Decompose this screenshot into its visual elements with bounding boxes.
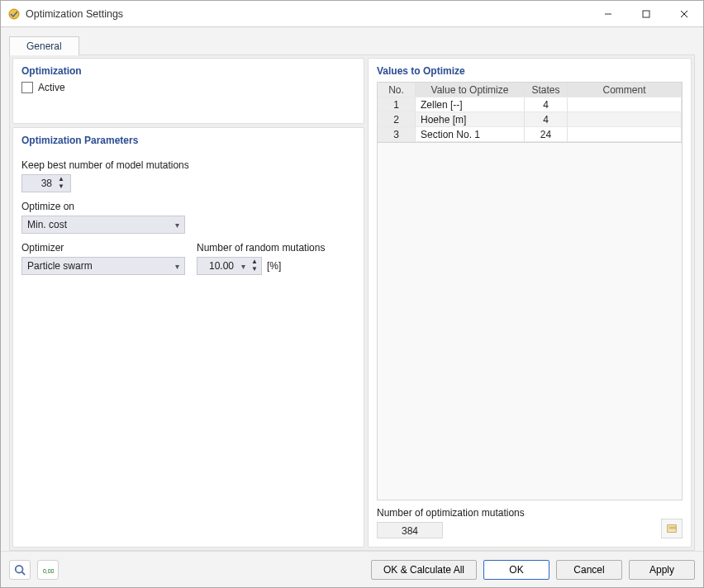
- optimizer-combo[interactable]: Particle swarm ▾: [21, 257, 185, 275]
- optimize-on-label: Optimize on: [21, 192, 355, 216]
- hdr-value: Value to Optimize: [416, 83, 525, 97]
- hdr-no: No.: [378, 83, 416, 97]
- body: General Optimization Active Optimization…: [1, 27, 703, 587]
- svg-line-9: [22, 571, 26, 575]
- keep-best-spinner[interactable]: 38 ▲ ▼: [21, 174, 71, 192]
- random-mutations-value: 10.00: [197, 260, 237, 272]
- cancel-button[interactable]: Cancel: [556, 560, 622, 580]
- mutations-readout: 384: [377, 522, 443, 538]
- tabstrip: General: [1, 27, 703, 55]
- optimize-on-combo[interactable]: Min. cost ▾: [21, 216, 185, 234]
- values-table: No. Value to Optimize States Comment 1 Z…: [377, 82, 683, 500]
- panel-parameters-title: Optimization Parameters: [21, 135, 355, 151]
- table-row[interactable]: 1 Zellen [--] 4: [378, 97, 682, 112]
- ok-button[interactable]: OK: [483, 560, 549, 580]
- svg-point-8: [16, 565, 23, 572]
- table-row[interactable]: 2 Hoehe [m] 4: [378, 112, 682, 127]
- chevron-down-icon: ▾: [169, 220, 184, 230]
- panel-values-title: Values to Optimize: [377, 65, 683, 82]
- spinner-up-icon[interactable]: ▲: [55, 175, 67, 183]
- random-mutations-label: Number of random mutations: [197, 234, 325, 257]
- ok-calculate-all-button[interactable]: OK & Calculate All: [371, 560, 477, 580]
- apply-button[interactable]: Apply: [629, 560, 695, 580]
- tab-general[interactable]: General: [9, 36, 79, 55]
- keep-best-label: Keep best number of model mutations: [21, 151, 355, 174]
- chevron-down-icon: ▾: [169, 262, 184, 271]
- random-mutations-unit: [%]: [267, 257, 281, 275]
- spinner-up-icon[interactable]: ▲: [249, 258, 260, 265]
- mutations-field: Number of optimization mutations 384: [377, 507, 525, 538]
- random-mutations-input[interactable]: 10.00 ▾ ▲ ▼: [197, 257, 262, 275]
- hdr-states: States: [525, 83, 568, 97]
- keep-best-value: 38: [22, 178, 55, 189]
- svg-point-0: [9, 9, 19, 19]
- table-empty-area: [377, 143, 683, 500]
- panel-optimization: Optimization Active: [12, 58, 364, 124]
- titlebar: Optimization Settings: [1, 1, 703, 27]
- panel-values: Values to Optimize No. Value to Optimize…: [368, 58, 692, 548]
- window-controls: [589, 1, 703, 26]
- table-header-row: No. Value to Optimize States Comment: [378, 83, 682, 97]
- minimize-button[interactable]: [589, 1, 627, 26]
- svg-text:0,00: 0,00: [43, 567, 54, 573]
- optimizer-label: Optimizer: [21, 234, 197, 257]
- optimizer-value: Particle swarm: [22, 260, 169, 272]
- chevron-down-icon: ▾: [237, 262, 249, 271]
- help-button[interactable]: [9, 560, 31, 580]
- spinner-down-icon[interactable]: ▼: [55, 183, 67, 190]
- close-button[interactable]: [665, 1, 703, 26]
- panel-parameters: Optimization Parameters Keep best number…: [12, 127, 364, 548]
- table-row[interactable]: 3 Section No. 1 24: [378, 127, 682, 142]
- active-field: Active: [21, 82, 355, 93]
- hdr-comment: Comment: [568, 83, 682, 97]
- footer: 0,00 OK & Calculate All OK Cancel Apply: [1, 551, 703, 587]
- units-button[interactable]: 0,00: [37, 560, 59, 580]
- mutations-label: Number of optimization mutations: [377, 507, 525, 519]
- maximize-button[interactable]: [627, 1, 665, 26]
- active-checkbox[interactable]: [21, 82, 33, 93]
- optimization-settings-window: Optimization Settings General Optimizati…: [0, 0, 704, 588]
- active-label: Active: [38, 82, 65, 93]
- right-column: Values to Optimize No. Value to Optimize…: [368, 58, 692, 548]
- spinner-down-icon[interactable]: ▼: [249, 265, 260, 273]
- edit-sections-button[interactable]: [661, 519, 683, 538]
- svg-rect-2: [643, 11, 649, 17]
- content-area: Optimization Active Optimization Paramet…: [9, 55, 695, 551]
- app-icon: [7, 7, 21, 21]
- left-column: Optimization Active Optimization Paramet…: [12, 58, 364, 548]
- window-title: Optimization Settings: [26, 8, 589, 20]
- panel-optimization-title: Optimization: [21, 65, 355, 82]
- optimize-on-value: Min. cost: [22, 219, 169, 230]
